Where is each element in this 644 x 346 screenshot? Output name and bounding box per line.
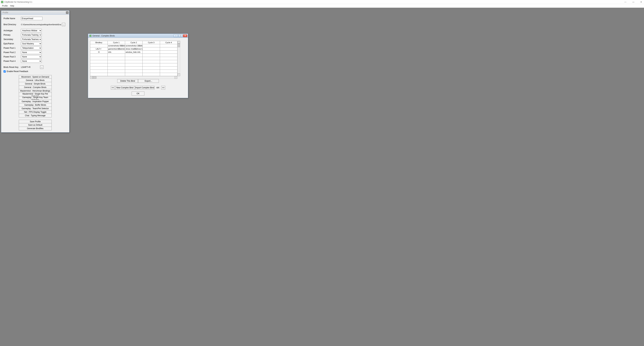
save-default-button[interactable]: Save as Default: [19, 123, 52, 127]
cell-cycle[interactable]: [108, 63, 125, 67]
enable-reset-checkbox[interactable]: [4, 70, 6, 73]
import-complex-bind-button[interactable]: Import Complex Bind: [135, 86, 154, 90]
table-row[interactable]: [90, 60, 178, 63]
cell-cycle[interactable]: [142, 57, 160, 60]
cell-cycle[interactable]: [160, 70, 178, 73]
delete-bind-button[interactable]: Delete This Bind: [117, 79, 138, 83]
cell-cycle[interactable]: [125, 67, 142, 70]
cell-cycle[interactable]: [160, 57, 178, 60]
close-button[interactable]: ✕: [639, 1, 643, 4]
pool2-select[interactable]: None: [21, 51, 42, 54]
cell-cycle[interactable]: [142, 63, 160, 67]
module-button[interactable]: Gameplay : Single Key Team Selector: [19, 96, 52, 100]
cell-cycle[interactable]: [142, 47, 160, 51]
menu-help[interactable]: Help: [10, 5, 14, 7]
cell-cycle[interactable]: show chat$$show tar: [125, 47, 142, 51]
cell-cycle[interactable]: [160, 44, 178, 47]
cell-cycle[interactable]: [160, 47, 178, 51]
cell-bindkey[interactable]: [90, 73, 108, 76]
cell-cycle[interactable]: [125, 54, 142, 57]
complex-minimize-button[interactable]: —: [174, 35, 178, 37]
module-button[interactable]: Chat : Typing Message: [19, 114, 52, 117]
cell-cycle[interactable]: [142, 44, 160, 47]
pool3-select[interactable]: None: [21, 55, 42, 58]
prev-page-button[interactable]: <<: [111, 86, 115, 90]
table-row[interactable]: LALT+`gamereturn$$windowshow chat$$show …: [90, 47, 178, 51]
next-page-button[interactable]: >>: [161, 86, 165, 90]
col-cycle1[interactable]: Cycle 1: [108, 41, 125, 44]
cell-cycle[interactable]: gamereturn$$window: [108, 47, 125, 51]
table-row[interactable]: [90, 63, 178, 67]
cell-cycle[interactable]: screenshotui 0$$disa: [108, 44, 125, 47]
module-button[interactable]: Gameplay : Inspiration Popper: [19, 100, 52, 103]
cell-cycle[interactable]: [108, 54, 125, 57]
module-button[interactable]: General : Ultra Binds: [19, 79, 52, 82]
profile-close-icon[interactable]: x: [66, 11, 68, 14]
scroll-up-icon[interactable]: ˄: [178, 41, 180, 44]
cell-cycle[interactable]: [125, 73, 142, 76]
cell-cycle[interactable]: [125, 63, 142, 67]
cell-cycle[interactable]: [125, 70, 142, 73]
module-button[interactable]: Gameplay : Team/Pet Selector: [19, 107, 52, 110]
cell-cycle[interactable]: [108, 70, 125, 73]
cell-cycle[interactable]: [160, 54, 178, 57]
cell-bindkey[interactable]: [90, 63, 108, 67]
cell-cycle[interactable]: window_hide info: [125, 51, 142, 54]
cell-bindkey[interactable]: [90, 54, 108, 57]
cell-bindkey[interactable]: [90, 67, 108, 70]
bind-directory-browse-button[interactable]: ...: [62, 23, 65, 26]
maximize-button[interactable]: ▭: [632, 1, 635, 4]
secondary-select[interactable]: Fortunata Teamwork: [21, 38, 42, 41]
primary-select[interactable]: Fortunata Training: [21, 33, 42, 37]
archetype-select[interactable]: Arachnos Widow: [21, 29, 42, 32]
cell-bindkey[interactable]: [90, 70, 108, 73]
cell-bindkey[interactable]: [90, 60, 108, 63]
cell-cycle[interactable]: [108, 60, 125, 63]
module-button[interactable]: Net : FPS Display Toggle: [19, 110, 52, 114]
cell-cycle[interactable]: [160, 67, 178, 70]
binds-table[interactable]: Bindkey Cycle 1 Cycle 2 Cycle 3 Cycle 4 …: [90, 41, 178, 76]
cell-cycle[interactable]: [125, 57, 142, 60]
cell-cycle[interactable]: [142, 67, 160, 70]
table-row[interactable]: `screenshotui 0$$disascreenshotui 1$$dis…: [90, 44, 178, 47]
module-button[interactable]: Mastermind : Henchman Bindings: [19, 89, 52, 93]
table-row[interactable]: [90, 57, 178, 60]
module-button[interactable]: Movement : Speed on Demand: [19, 75, 52, 79]
minimize-button[interactable]: —: [623, 1, 628, 4]
cell-cycle[interactable]: [125, 60, 142, 63]
cell-cycle[interactable]: [142, 73, 160, 76]
complex-maximize-button[interactable]: ▢: [178, 35, 183, 37]
ok-button[interactable]: OK: [132, 92, 144, 96]
table-row[interactable]: [90, 67, 178, 70]
col-cycle3[interactable]: Cycle 3: [142, 41, 160, 44]
table-hscrollbar[interactable]: ‹ ›: [90, 76, 177, 79]
reset-key-browse-button[interactable]: ...: [40, 66, 44, 69]
scroll-left-icon[interactable]: ‹: [90, 76, 93, 79]
cell-bindkey[interactable]: [90, 57, 108, 60]
hscroll-thumb[interactable]: [93, 76, 96, 79]
col-cycle4[interactable]: Cycle 4: [160, 41, 178, 44]
generate-bindfiles-button[interactable]: Generate Bindfiles: [19, 127, 52, 130]
scroll-right-icon[interactable]: ›: [174, 76, 177, 79]
profile-name-input[interactable]: [21, 17, 42, 20]
cell-bindkey[interactable]: `: [90, 44, 108, 47]
pool1-select[interactable]: Teleportation: [21, 46, 42, 50]
complex-titlebar[interactable]: General : Complex Binds — ▢ X: [88, 34, 188, 38]
cell-cycle[interactable]: [108, 57, 125, 60]
pool4-select[interactable]: None: [21, 59, 42, 63]
module-button[interactable]: General : Simple Binds: [19, 82, 52, 86]
cell-cycle[interactable]: [142, 70, 160, 73]
cell-cycle[interactable]: [108, 73, 125, 76]
cell-cycle[interactable]: screenshotui 1$$disa: [125, 44, 142, 47]
module-button[interactable]: Gameplay : Buffer Binds: [19, 103, 52, 107]
cell-cycle[interactable]: [108, 67, 125, 70]
cell-cycle[interactable]: [142, 51, 160, 54]
module-button[interactable]: General : Complex Binds: [19, 86, 52, 89]
col-cycle2[interactable]: Cycle 2: [125, 41, 142, 44]
cell-cycle[interactable]: info: [108, 51, 125, 54]
table-row[interactable]: [90, 70, 178, 73]
save-profile-button[interactable]: Save Profile: [19, 120, 52, 123]
col-bindkey[interactable]: Bindkey: [90, 41, 108, 44]
cell-cycle[interactable]: [160, 51, 178, 54]
profile-titlebar[interactable]: Profile x: [1, 11, 69, 15]
